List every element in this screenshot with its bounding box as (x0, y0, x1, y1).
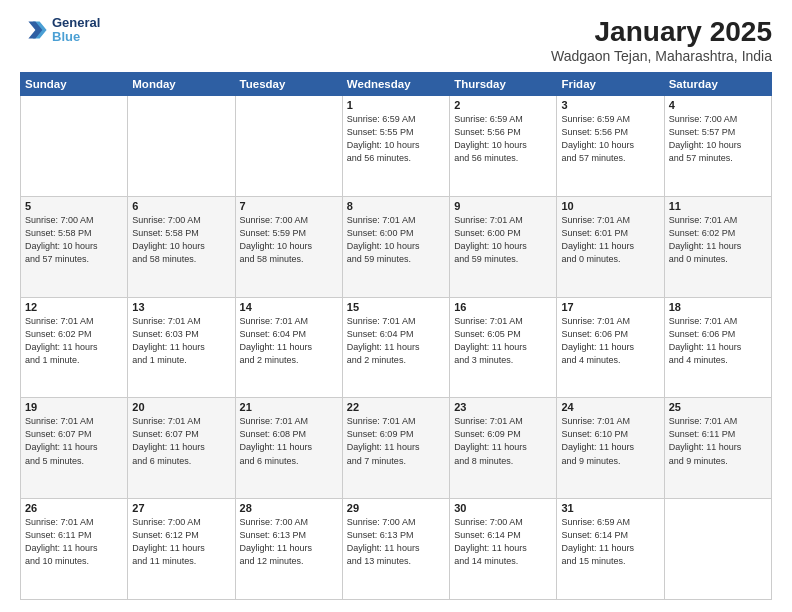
day-info: Sunrise: 7:01 AM Sunset: 6:04 PM Dayligh… (347, 315, 445, 367)
header-thursday: Thursday (450, 73, 557, 96)
table-cell: 5Sunrise: 7:00 AM Sunset: 5:58 PM Daylig… (21, 196, 128, 297)
day-info: Sunrise: 7:00 AM Sunset: 5:57 PM Dayligh… (669, 113, 767, 165)
logo-line1: General (52, 16, 100, 30)
day-number: 18 (669, 301, 767, 313)
header: General Blue January 2025 Wadgaon Tejan,… (20, 16, 772, 64)
day-number: 29 (347, 502, 445, 514)
table-cell: 4Sunrise: 7:00 AM Sunset: 5:57 PM Daylig… (664, 96, 771, 197)
calendar-table: Sunday Monday Tuesday Wednesday Thursday… (20, 72, 772, 600)
day-info: Sunrise: 7:00 AM Sunset: 5:59 PM Dayligh… (240, 214, 338, 266)
logo-icon (20, 16, 48, 44)
table-cell: 2Sunrise: 6:59 AM Sunset: 5:56 PM Daylig… (450, 96, 557, 197)
table-cell: 30Sunrise: 7:00 AM Sunset: 6:14 PM Dayli… (450, 499, 557, 600)
day-number: 15 (347, 301, 445, 313)
table-cell: 24Sunrise: 7:01 AM Sunset: 6:10 PM Dayli… (557, 398, 664, 499)
day-number: 20 (132, 401, 230, 413)
day-info: Sunrise: 7:00 AM Sunset: 6:13 PM Dayligh… (240, 516, 338, 568)
day-info: Sunrise: 7:01 AM Sunset: 6:07 PM Dayligh… (132, 415, 230, 467)
day-number: 14 (240, 301, 338, 313)
day-number: 22 (347, 401, 445, 413)
day-number: 24 (561, 401, 659, 413)
day-number: 7 (240, 200, 338, 212)
page: General Blue January 2025 Wadgaon Tejan,… (0, 0, 792, 612)
week-row-4: 26Sunrise: 7:01 AM Sunset: 6:11 PM Dayli… (21, 499, 772, 600)
day-number: 16 (454, 301, 552, 313)
day-number: 6 (132, 200, 230, 212)
day-info: Sunrise: 7:01 AM Sunset: 6:03 PM Dayligh… (132, 315, 230, 367)
table-cell: 9Sunrise: 7:01 AM Sunset: 6:00 PM Daylig… (450, 196, 557, 297)
day-info: Sunrise: 7:00 AM Sunset: 6:14 PM Dayligh… (454, 516, 552, 568)
table-cell: 14Sunrise: 7:01 AM Sunset: 6:04 PM Dayli… (235, 297, 342, 398)
table-cell: 21Sunrise: 7:01 AM Sunset: 6:08 PM Dayli… (235, 398, 342, 499)
day-number: 17 (561, 301, 659, 313)
table-cell: 11Sunrise: 7:01 AM Sunset: 6:02 PM Dayli… (664, 196, 771, 297)
week-row-0: 1Sunrise: 6:59 AM Sunset: 5:55 PM Daylig… (21, 96, 772, 197)
day-number: 26 (25, 502, 123, 514)
day-number: 19 (25, 401, 123, 413)
table-cell: 1Sunrise: 6:59 AM Sunset: 5:55 PM Daylig… (342, 96, 449, 197)
table-cell (664, 499, 771, 600)
day-info: Sunrise: 6:59 AM Sunset: 5:55 PM Dayligh… (347, 113, 445, 165)
day-number: 1 (347, 99, 445, 111)
day-info: Sunrise: 7:01 AM Sunset: 6:09 PM Dayligh… (454, 415, 552, 467)
header-saturday: Saturday (664, 73, 771, 96)
day-info: Sunrise: 7:01 AM Sunset: 6:11 PM Dayligh… (25, 516, 123, 568)
table-cell: 29Sunrise: 7:00 AM Sunset: 6:13 PM Dayli… (342, 499, 449, 600)
day-info: Sunrise: 7:01 AM Sunset: 6:06 PM Dayligh… (561, 315, 659, 367)
day-number: 13 (132, 301, 230, 313)
day-info: Sunrise: 6:59 AM Sunset: 5:56 PM Dayligh… (561, 113, 659, 165)
day-number: 4 (669, 99, 767, 111)
day-number: 5 (25, 200, 123, 212)
table-cell: 27Sunrise: 7:00 AM Sunset: 6:12 PM Dayli… (128, 499, 235, 600)
table-cell: 28Sunrise: 7:00 AM Sunset: 6:13 PM Dayli… (235, 499, 342, 600)
day-info: Sunrise: 7:00 AM Sunset: 6:12 PM Dayligh… (132, 516, 230, 568)
day-number: 3 (561, 99, 659, 111)
logo-line2: Blue (52, 30, 100, 44)
day-info: Sunrise: 6:59 AM Sunset: 5:56 PM Dayligh… (454, 113, 552, 165)
table-cell: 22Sunrise: 7:01 AM Sunset: 6:09 PM Dayli… (342, 398, 449, 499)
table-cell: 8Sunrise: 7:01 AM Sunset: 6:00 PM Daylig… (342, 196, 449, 297)
day-info: Sunrise: 7:01 AM Sunset: 6:04 PM Dayligh… (240, 315, 338, 367)
calendar-subtitle: Wadgaon Tejan, Maharashtra, India (551, 48, 772, 64)
table-cell: 15Sunrise: 7:01 AM Sunset: 6:04 PM Dayli… (342, 297, 449, 398)
day-info: Sunrise: 7:00 AM Sunset: 5:58 PM Dayligh… (25, 214, 123, 266)
day-info: Sunrise: 7:01 AM Sunset: 6:00 PM Dayligh… (347, 214, 445, 266)
table-cell: 31Sunrise: 6:59 AM Sunset: 6:14 PM Dayli… (557, 499, 664, 600)
day-number: 28 (240, 502, 338, 514)
day-number: 10 (561, 200, 659, 212)
logo-area: General Blue (20, 16, 100, 45)
day-number: 8 (347, 200, 445, 212)
table-cell: 12Sunrise: 7:01 AM Sunset: 6:02 PM Dayli… (21, 297, 128, 398)
header-monday: Monday (128, 73, 235, 96)
day-number: 30 (454, 502, 552, 514)
day-number: 27 (132, 502, 230, 514)
header-friday: Friday (557, 73, 664, 96)
table-cell: 13Sunrise: 7:01 AM Sunset: 6:03 PM Dayli… (128, 297, 235, 398)
day-number: 12 (25, 301, 123, 313)
day-number: 31 (561, 502, 659, 514)
logo-text: General Blue (52, 16, 100, 45)
day-info: Sunrise: 7:01 AM Sunset: 6:02 PM Dayligh… (25, 315, 123, 367)
day-info: Sunrise: 6:59 AM Sunset: 6:14 PM Dayligh… (561, 516, 659, 568)
day-number: 25 (669, 401, 767, 413)
day-info: Sunrise: 7:01 AM Sunset: 6:01 PM Dayligh… (561, 214, 659, 266)
day-info: Sunrise: 7:01 AM Sunset: 6:06 PM Dayligh… (669, 315, 767, 367)
table-cell: 18Sunrise: 7:01 AM Sunset: 6:06 PM Dayli… (664, 297, 771, 398)
day-info: Sunrise: 7:01 AM Sunset: 6:09 PM Dayligh… (347, 415, 445, 467)
day-number: 2 (454, 99, 552, 111)
day-info: Sunrise: 7:01 AM Sunset: 6:07 PM Dayligh… (25, 415, 123, 467)
table-cell: 3Sunrise: 6:59 AM Sunset: 5:56 PM Daylig… (557, 96, 664, 197)
table-cell (128, 96, 235, 197)
table-cell: 23Sunrise: 7:01 AM Sunset: 6:09 PM Dayli… (450, 398, 557, 499)
table-cell (21, 96, 128, 197)
table-cell: 25Sunrise: 7:01 AM Sunset: 6:11 PM Dayli… (664, 398, 771, 499)
day-info: Sunrise: 7:00 AM Sunset: 5:58 PM Dayligh… (132, 214, 230, 266)
day-number: 9 (454, 200, 552, 212)
day-info: Sunrise: 7:01 AM Sunset: 6:08 PM Dayligh… (240, 415, 338, 467)
table-cell: 17Sunrise: 7:01 AM Sunset: 6:06 PM Dayli… (557, 297, 664, 398)
header-tuesday: Tuesday (235, 73, 342, 96)
table-cell: 20Sunrise: 7:01 AM Sunset: 6:07 PM Dayli… (128, 398, 235, 499)
day-info: Sunrise: 7:01 AM Sunset: 6:00 PM Dayligh… (454, 214, 552, 266)
table-cell: 6Sunrise: 7:00 AM Sunset: 5:58 PM Daylig… (128, 196, 235, 297)
table-cell: 16Sunrise: 7:01 AM Sunset: 6:05 PM Dayli… (450, 297, 557, 398)
